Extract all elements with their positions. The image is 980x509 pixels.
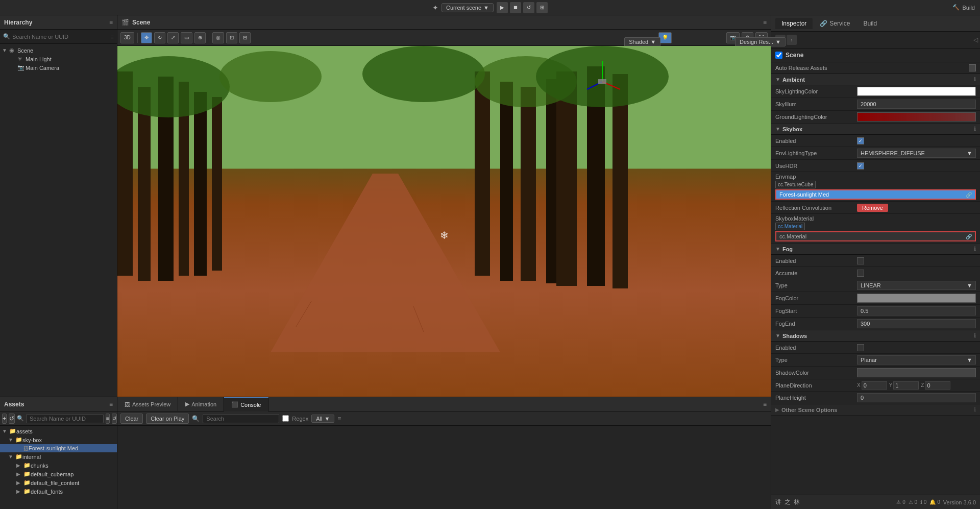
fog-section-header[interactable]: ▼ Fog ℹ (771, 244, 980, 255)
fog-info-icon[interactable]: ℹ (974, 246, 976, 252)
assets-add-button[interactable]: + (2, 414, 7, 424)
assets-menu-icon[interactable]: ≡ (109, 401, 113, 408)
assets-root-item[interactable]: ▼ 📁 assets (0, 427, 117, 435)
plane-dir-y-input[interactable] (893, 381, 919, 390)
shadow-color-row: ShadowColor (771, 367, 980, 379)
fog-accurate-checkbox[interactable] (857, 270, 864, 277)
sky-illum-input[interactable] (857, 100, 976, 109)
fog-type-value: LINEAR ▼ (857, 281, 976, 290)
assets-fonts-item[interactable]: ▶ 📁 default_fonts (0, 487, 117, 496)
stop-button[interactable]: ⏹ (510, 2, 521, 13)
more-info-icon[interactable]: ℹ (974, 406, 976, 413)
console-tab[interactable]: ⬛ Console (224, 397, 268, 411)
more-section-header[interactable]: ▶ Other Scene Options ℹ (771, 404, 980, 416)
hierarchy-scene-item[interactable]: ▼ ◉ Scene (0, 46, 117, 55)
chinese-char-3: 林 (794, 498, 800, 506)
all-dropdown[interactable]: All ▼ (311, 415, 334, 423)
hierarchy-main-camera-item[interactable]: ▶ 📷 Main Camera (0, 63, 117, 72)
skybox-enabled-checkbox[interactable]: ✓ (857, 137, 864, 144)
fog-arrow-icon: ▼ (775, 246, 780, 252)
assets-cubemap-item[interactable]: ▶ 📁 default_cubemap (0, 470, 117, 478)
transform-rect-button[interactable]: ▭ (181, 32, 192, 43)
animation-tab[interactable]: ▶ Animation (178, 397, 224, 411)
inspector-top-row: ‹ › ◁ (771, 32, 980, 49)
ground-lighting-color-swatch[interactable] (857, 112, 976, 122)
hierarchy-title: Hierarchy (4, 19, 32, 26)
transform-move-button[interactable]: ✥ (141, 32, 152, 43)
assets-forest-item[interactable]: 🖼 Forest-sunlight Med (0, 444, 117, 452)
world-button[interactable]: ◎ (212, 32, 224, 43)
assets-list-view-button[interactable]: ≡ (106, 414, 110, 424)
scene-node-icon: ◉ (9, 47, 17, 54)
use-hdr-checkbox[interactable]: ✓ (857, 162, 864, 169)
status-icons-row: ⚠ 0 ⚠ 0 ℹ 0 🔔 0 Version 3.6.0 (896, 499, 976, 505)
env-lighting-type-dropdown[interactable]: HEMISPHERE_DIFFUSE ▼ (857, 149, 976, 158)
fog-color-swatch[interactable] (857, 294, 976, 303)
auto-release-toggle[interactable] (969, 64, 976, 71)
build-tab[interactable]: Build (857, 18, 883, 29)
assets-grid-refresh-button[interactable]: ↺ (112, 414, 117, 424)
inspector-collapse-icon[interactable]: ◁ (973, 36, 978, 43)
service-tab[interactable]: 🔗 Service (814, 18, 856, 29)
grid-button[interactable]: ⊞ (536, 2, 548, 13)
assets-chunks-item[interactable]: ▶ 📁 chunks (0, 461, 117, 470)
skybox-section-header[interactable]: ▼ Skybox ℹ (771, 124, 980, 135)
skybox-info-icon[interactable]: ℹ (974, 126, 976, 132)
fog-enabled-checkbox[interactable] (857, 257, 864, 264)
design-res-dropdown[interactable]: Design Res... ▼ (735, 37, 786, 46)
transform-scale-button[interactable]: ⤢ (167, 32, 179, 43)
3d-mode-button[interactable]: 3D (120, 32, 134, 43)
plane-direction-value: X Y Z (857, 381, 976, 390)
shadows-info-icon[interactable]: ℹ (974, 332, 976, 339)
assets-file-content-item[interactable]: ▶ 📁 default_file_content (0, 478, 117, 487)
regex-checkbox[interactable] (282, 415, 289, 422)
skybox-arrow-icon: ▼ (775, 126, 780, 132)
refresh-button[interactable]: ↺ (523, 2, 534, 13)
assets-refresh-button[interactable]: ↺ (9, 414, 15, 424)
fog-color-label: FogColor (775, 295, 857, 301)
assets-search-input[interactable] (26, 414, 104, 423)
assets-preview-tab[interactable]: 🖼 Assets Preview (117, 397, 178, 411)
shadows-section-header[interactable]: ▼ Shadows ℹ (771, 330, 980, 342)
sky-lighting-color-swatch[interactable] (857, 87, 976, 96)
scene-active-checkbox[interactable] (775, 52, 782, 59)
scene-menu-icon[interactable]: ≡ (763, 19, 767, 26)
clear-on-play-button[interactable]: Clear on Play (146, 414, 189, 424)
hierarchy-main-light-item[interactable]: ▶ ☀ Main Light (0, 55, 117, 63)
bottom-panel-menu-icon[interactable]: ≡ (759, 401, 771, 408)
inspector-tab[interactable]: Inspector (775, 18, 813, 29)
fog-start-input[interactable] (857, 306, 976, 316)
plane-height-input[interactable] (857, 393, 976, 402)
scene-viewport[interactable]: ❄ (117, 46, 771, 397)
fog-end-input[interactable] (857, 319, 976, 328)
shadows-type-dropdown[interactable]: Planar ▼ (857, 355, 976, 365)
play-button[interactable]: ▶ (497, 2, 508, 13)
hierarchy-list-icon[interactable]: ≡ (111, 34, 114, 40)
nav-forward-button[interactable]: › (787, 35, 797, 45)
plane-dir-x-input[interactable] (862, 381, 887, 390)
shaded-dropdown[interactable]: Shaded ▼ (624, 37, 660, 46)
fog-type-dropdown[interactable]: LINEAR ▼ (857, 281, 976, 290)
assets-internal-item[interactable]: ▼ 📁 internal (0, 452, 117, 461)
ambient-section-header[interactable]: ▼ Ambient ℹ (771, 74, 980, 85)
play-controls: ▶ ⏹ ↺ ⊞ (497, 2, 548, 13)
skybox-material-field[interactable]: cc.Material 🔗 (775, 231, 976, 241)
plane-direction-label: PlaneDirection (775, 382, 857, 389)
scene-dropdown[interactable]: Current scene ▼ (442, 3, 494, 12)
transform-rotate-button[interactable]: ↻ (154, 32, 165, 43)
snap-button[interactable]: ⊟ (239, 32, 251, 43)
ambient-info-icon[interactable]: ℹ (974, 76, 976, 83)
pivot-button[interactable]: ⊡ (226, 32, 237, 43)
transform-all-button[interactable]: ⊕ (194, 32, 206, 43)
assets-skybox-item[interactable]: ▼ 📁 sky-box (0, 435, 117, 444)
hierarchy-search-input[interactable] (12, 34, 109, 40)
hierarchy-menu-icon[interactable]: ≡ (109, 19, 113, 26)
envmap-field[interactable]: Forest-sunlight Med 🔗 (775, 189, 976, 200)
console-search-input[interactable] (203, 414, 279, 423)
shadow-color-swatch[interactable] (857, 368, 976, 377)
console-extra-icon[interactable]: ≡ (337, 415, 341, 422)
remove-button[interactable]: Remove (857, 204, 888, 212)
clear-button[interactable]: Clear (120, 414, 143, 424)
shadows-enabled-checkbox[interactable] (857, 344, 864, 351)
plane-dir-z-input[interactable] (925, 381, 950, 390)
